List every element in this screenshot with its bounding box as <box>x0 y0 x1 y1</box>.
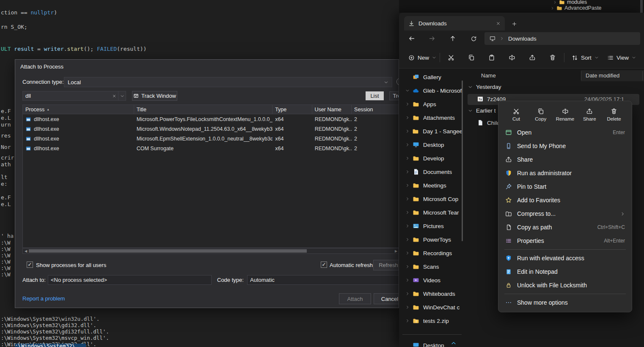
sidebar-item-day1[interactable]: Day 1 - Sangee <box>400 124 462 138</box>
up-button[interactable] <box>446 32 460 45</box>
tree-toggle-button[interactable]: Tree <box>389 91 399 100</box>
process-row[interactable]: dllhost.exe Microsoft.PowerToys.FileLock… <box>23 114 399 124</box>
column-header-name[interactable]: Name <box>481 72 496 79</box>
attach-button[interactable]: Attach <box>339 293 371 304</box>
context-item-send-to-phone[interactable]: Send to My Phone <box>500 139 630 153</box>
chevron-right-icon[interactable] <box>403 264 412 269</box>
chevron-right-icon[interactable] <box>403 305 412 309</box>
cut-button[interactable] <box>443 50 459 65</box>
context-item-show-more-options[interactable]: Show more options <box>500 296 630 309</box>
process-row[interactable]: dllhost.exe Microsoft.EpmShellExtension_… <box>23 134 399 143</box>
context-item-unlock-file-locksmith[interactable]: Unlock with File Locksmith <box>500 278 630 292</box>
column-header-process[interactable]: Process <box>23 105 134 114</box>
forward-button[interactable] <box>425 32 439 45</box>
process-row[interactable]: dllhost.exe COM Surrogate x64 REDMOND\gk… <box>23 143 399 153</box>
column-header-title[interactable]: Title <box>134 105 272 114</box>
scrollbar[interactable] <box>640 0 643 13</box>
share-quick-button[interactable]: Share <box>578 104 601 126</box>
chevron-right-icon[interactable] <box>403 116 412 120</box>
sidebar-item-scans[interactable]: Scans <box>400 260 462 273</box>
tree-item-advancedpaste[interactable]: AdvancedPaste <box>550 5 602 11</box>
chevron-right-icon[interactable] <box>403 210 412 215</box>
chevron-right-icon[interactable] <box>403 224 412 228</box>
context-item-add-to-favorites[interactable]: Add to Favorites <box>500 193 630 207</box>
share-button[interactable] <box>524 50 540 65</box>
chevron-right-icon[interactable] <box>403 183 412 187</box>
track-window-button[interactable]: Track Window <box>132 91 177 101</box>
back-button[interactable] <box>405 32 418 45</box>
process-filter-input[interactable] <box>23 93 110 99</box>
sidebar-item-tests-zip[interactable]: tests 2.zip <box>400 314 462 328</box>
chevron-right-icon[interactable] <box>403 319 412 323</box>
context-item-open[interactable]: OpenEnter <box>500 126 630 139</box>
column-header-date-modified[interactable]: Date modified <box>586 72 619 79</box>
sidebar-item-pictures[interactable]: Pictures <box>400 219 462 233</box>
chevron-right-icon[interactable] <box>403 102 412 106</box>
rename-quick-button[interactable]: Rename <box>553 104 577 126</box>
sidebar-item-recordings[interactable]: Recordings <box>400 246 462 260</box>
scrollbar-thumb[interactable] <box>29 249 307 253</box>
column-header-type[interactable]: Type <box>272 105 312 114</box>
chevron-right-icon[interactable] <box>403 143 412 147</box>
sidebar-item-desktop[interactable]: Desktop <box>400 138 462 151</box>
address-bar[interactable]: Downloads <box>484 32 640 45</box>
show-all-users-checkbox[interactable] <box>27 262 33 268</box>
sidebar-scrollbar[interactable] <box>462 80 463 241</box>
sidebar-item-microsoft-cop[interactable]: Microsoft Cop <box>400 192 462 206</box>
group-header-yesterday[interactable]: Yesterday <box>468 84 501 90</box>
sidebar-item-windevchat[interactable]: WinDevChat c <box>400 300 462 314</box>
context-item-run-as-admin[interactable]: Run as administrator <box>500 166 630 180</box>
cut-quick-button[interactable]: Cut <box>504 104 528 126</box>
context-item-properties[interactable]: PropertiesAlt+Enter <box>500 234 630 248</box>
sidebar-item-onedrive[interactable]: Gleb - Microsof <box>400 84 462 97</box>
chevron-right-icon[interactable] <box>403 129 412 133</box>
column-separator[interactable] <box>642 71 643 80</box>
copy-button[interactable] <box>463 50 479 65</box>
auto-refresh-checkbox[interactable] <box>321 262 327 268</box>
context-item-edit-in-notepad[interactable]: Edit in Notepad <box>500 265 630 278</box>
new-tab-button[interactable] <box>510 19 518 28</box>
chevron-right-icon[interactable] <box>403 251 412 255</box>
connection-type-dropdown[interactable]: Local <box>64 77 392 87</box>
refresh-button[interactable]: Refresh <box>373 260 399 270</box>
process-row[interactable]: dllhost.exe Microsoft.WindowsNotepad_11.… <box>23 124 399 134</box>
sidebar-item-documents[interactable]: Documents <box>400 165 462 179</box>
sidebar-item-develop[interactable]: Develop <box>400 151 462 165</box>
sort-button[interactable]: Sort <box>567 50 603 65</box>
refresh-button[interactable] <box>467 32 480 45</box>
horizontal-scrollbar[interactable]: ◀ ▶ <box>22 248 399 254</box>
list-toggle-button[interactable]: List <box>366 91 384 100</box>
report-problem-link[interactable]: Report a problem <box>22 295 65 302</box>
chevron-right-icon[interactable] <box>403 237 412 242</box>
chevron-right-icon[interactable] <box>403 170 412 174</box>
chevron-right-icon[interactable] <box>403 156 412 160</box>
clear-filter-icon[interactable] <box>110 94 118 98</box>
scroll-left-icon[interactable]: ◀ <box>23 249 29 253</box>
chevron-right-icon[interactable] <box>403 292 412 296</box>
chevron-right-icon[interactable] <box>403 197 412 201</box>
column-separator[interactable] <box>581 71 581 80</box>
code-type-input[interactable] <box>248 275 399 284</box>
group-header-earlier[interactable]: Earlier t <box>468 107 496 114</box>
column-header-user[interactable]: User Name <box>312 105 352 114</box>
sidebar-item-meetings[interactable]: Meetings <box>400 179 462 192</box>
sidebar-item-attachments[interactable]: Attachments <box>400 111 462 124</box>
sidebar-item-videos[interactable]: Videos <box>400 273 462 287</box>
context-item-share[interactable]: Share <box>500 153 630 166</box>
sidebar-item-microsoft-tear[interactable]: Microsoft Tear <box>400 206 462 219</box>
sidebar-item-whiteboards[interactable]: Whiteboards <box>400 287 462 300</box>
sidebar-item-gallery[interactable]: Gallery <box>400 70 462 84</box>
attach-to-input[interactable] <box>48 275 211 284</box>
delete-button[interactable] <box>545 50 561 65</box>
paste-button[interactable] <box>484 50 500 65</box>
scroll-right-icon[interactable]: ▶ <box>393 249 399 253</box>
delete-quick-button[interactable]: Delete <box>602 104 626 126</box>
context-item-copy-as-path[interactable]: Copy as pathCtrl+Shift+C <box>500 220 630 234</box>
context-item-run-elevated[interactable]: Run with elevated access <box>500 251 630 265</box>
sidebar-item-powertoys[interactable]: PowerToys <box>400 233 462 246</box>
scroll-up-icon[interactable] <box>451 340 457 346</box>
context-item-pin-to-start[interactable]: Pin to Start <box>500 180 630 193</box>
tree-item-modules[interactable]: modules <box>553 0 587 5</box>
view-button[interactable]: View <box>603 50 640 65</box>
copy-quick-button[interactable]: Copy <box>529 104 553 126</box>
